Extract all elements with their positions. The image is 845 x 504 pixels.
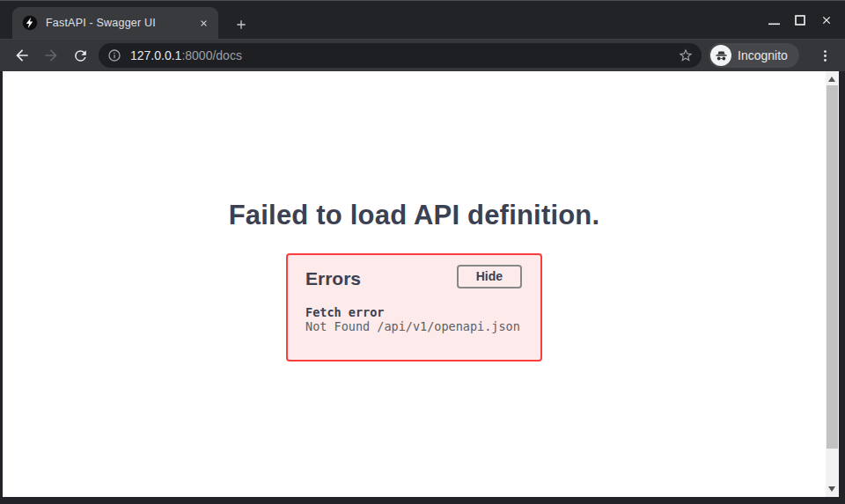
- reload-icon[interactable]: [70, 46, 90, 65]
- browser-toolbar: 127.0.0.1:8000/docs Incognito: [0, 39, 845, 71]
- close-window-button[interactable]: [813, 7, 840, 33]
- errors-panel-title: Errors: [305, 268, 361, 289]
- kebab-menu-icon[interactable]: [815, 46, 834, 65]
- error-item: Fetch error Not Found /api/v1/openapi.js…: [305, 305, 520, 333]
- url-host: 127.0.0.1: [130, 48, 181, 62]
- page-scrollbar[interactable]: [826, 71, 839, 497]
- minimize-button[interactable]: [760, 7, 787, 33]
- star-icon[interactable]: [677, 47, 694, 64]
- browser-tab[interactable]: FastAPI - Swagger UI: [12, 7, 218, 39]
- url-path: :8000/docs: [181, 48, 242, 62]
- url-bar[interactable]: 127.0.0.1:8000/docs: [99, 43, 702, 68]
- new-tab-button[interactable]: [231, 15, 251, 34]
- errors-panel: Errors Hide Fetch error Not Found /api/v…: [286, 253, 542, 362]
- forward-arrow-icon[interactable]: [41, 46, 61, 65]
- maximize-button[interactable]: [787, 7, 813, 33]
- scroll-up-icon[interactable]: [828, 77, 835, 82]
- incognito-icon: [710, 45, 731, 66]
- scrollbar-thumb[interactable]: [827, 85, 838, 449]
- back-arrow-icon[interactable]: [12, 46, 32, 65]
- window-controls: [760, 6, 840, 34]
- fastapi-lightning-icon: [22, 15, 38, 31]
- incognito-label: Incognito: [738, 48, 788, 62]
- hide-errors-button[interactable]: Hide: [457, 265, 522, 289]
- page-heading: Failed to load API definition.: [3, 200, 826, 231]
- scroll-down-icon[interactable]: [828, 486, 835, 492]
- tab-title: FastAPI - Swagger UI: [46, 17, 195, 29]
- tab-close-icon[interactable]: [195, 15, 211, 31]
- browser-window: FastAPI - Swagger UI: [0, 0, 845, 504]
- page-info-icon[interactable]: [107, 48, 121, 62]
- url-text[interactable]: 127.0.0.1:8000/docs: [130, 48, 242, 62]
- error-item-message: Not Found /api/v1/openapi.json: [305, 319, 520, 333]
- page-content: Failed to load API definition. Errors Hi…: [3, 71, 826, 497]
- titlebar: FastAPI - Swagger UI: [0, 1, 845, 39]
- error-item-title: Fetch error: [305, 305, 520, 319]
- incognito-badge[interactable]: Incognito: [709, 43, 799, 68]
